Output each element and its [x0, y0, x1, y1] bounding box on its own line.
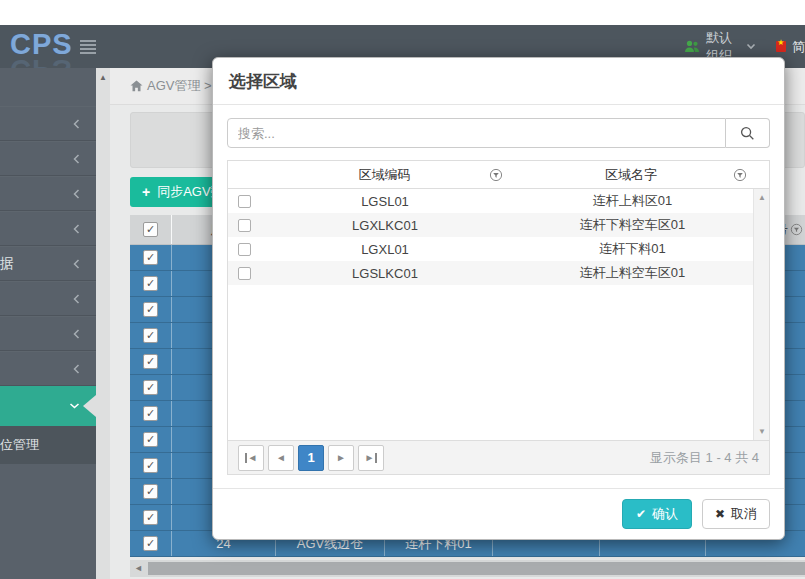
- sidebar-item-2[interactable]: [0, 141, 96, 176]
- chevron-down-icon: [746, 43, 756, 50]
- sidebar-item-3[interactable]: [0, 176, 96, 211]
- chevron-left-icon: [73, 153, 80, 164]
- row-checkbox[interactable]: ✓: [143, 406, 158, 421]
- pager-page-1[interactable]: 1: [298, 445, 324, 471]
- row-checkbox[interactable]: [238, 195, 251, 208]
- sidebar-item-8[interactable]: [0, 351, 96, 386]
- confirm-button[interactable]: ✔ 确认: [622, 499, 692, 529]
- organization-icon: [684, 40, 700, 53]
- check-icon: ✔: [636, 507, 646, 521]
- scrollbar-thumb[interactable]: [148, 562, 805, 575]
- scroll-left-icon[interactable]: ◄: [134, 563, 143, 573]
- grid-pager: ◄ ◄ 1 ► ► 显示条目 1 - 4 共 4: [228, 440, 769, 474]
- row-checkbox[interactable]: ✓: [143, 510, 158, 525]
- cancel-button[interactable]: ✖ 取消: [702, 499, 770, 529]
- home-icon: [130, 80, 143, 92]
- chevron-left-icon: [73, 118, 80, 129]
- scroll-down-icon[interactable]: ▼: [758, 427, 766, 436]
- column-header-area-name[interactable]: 区域名字: [509, 161, 753, 188]
- select-area-dialog: 选择区域 区域编码 区域名字: [212, 57, 785, 540]
- pager-last-button[interactable]: ►: [358, 445, 384, 471]
- pager-first-button[interactable]: ◄: [238, 445, 264, 471]
- x-icon: ✖: [715, 507, 725, 521]
- grid-vertical-scrollbar[interactable]: ▲ ▼: [753, 189, 769, 440]
- row-checkbox[interactable]: ✓: [143, 328, 158, 343]
- chevron-down-icon: [69, 403, 80, 410]
- active-item-notch: [83, 395, 96, 417]
- sidebar-item-6[interactable]: [0, 281, 96, 316]
- breadcrumb[interactable]: AGV管理 >: [130, 77, 212, 95]
- sidebar-item-4[interactable]: [0, 211, 96, 246]
- row-checkbox[interactable]: ✓: [143, 276, 158, 291]
- plus-icon: +: [142, 184, 150, 200]
- area-row-lgsl01[interactable]: LGSL01 连杆上料区01: [228, 189, 769, 213]
- sidebar: 据 位管理: [0, 68, 96, 579]
- sidebar-subitem-location-management[interactable]: 位管理: [0, 426, 96, 464]
- filter-icon[interactable]: [790, 223, 803, 236]
- china-flag-icon: ★: [776, 41, 786, 52]
- row-checkbox[interactable]: ✓: [143, 458, 158, 473]
- menu-toggle-icon[interactable]: [80, 40, 96, 54]
- area-grid-body: LGSL01 连杆上料区01 LGXLKC01 连杆下料空车区01 LGXL01…: [228, 189, 769, 440]
- chevron-left-icon: [73, 363, 80, 374]
- language-selector[interactable]: 简: [792, 38, 805, 56]
- chevron-left-icon: [73, 223, 80, 234]
- table-horizontal-scrollbar[interactable]: ◄: [130, 560, 805, 577]
- row-checkbox[interactable]: ✓: [143, 380, 158, 395]
- dialog-title: 选择区域: [213, 58, 784, 105]
- row-checkbox[interactable]: ✓: [143, 250, 158, 265]
- sidebar-item-active[interactable]: [0, 386, 96, 426]
- search-row: [227, 118, 770, 148]
- pager-info: 显示条目 1 - 4 共 4: [650, 449, 759, 467]
- chevron-left-icon: [73, 328, 80, 339]
- row-checkbox[interactable]: [238, 267, 251, 280]
- select-all-checkbox[interactable]: ✓: [143, 222, 158, 237]
- area-grid: 区域编码 区域名字 LGSL01 连杆上料区01 LGXLKC01: [227, 160, 770, 475]
- chevron-left-icon: [73, 293, 80, 304]
- sidebar-item-basic-data[interactable]: 据: [0, 246, 96, 281]
- row-checkbox[interactable]: ✓: [143, 536, 158, 551]
- sidebar-menu: 据 位管理: [0, 68, 96, 464]
- content-vertical-scrollbar[interactable]: ▲: [96, 68, 110, 579]
- filter-icon[interactable]: [733, 168, 747, 182]
- sidebar-item-7[interactable]: [0, 316, 96, 351]
- search-input[interactable]: [227, 118, 726, 148]
- row-checkbox[interactable]: ✓: [143, 354, 158, 369]
- row-checkbox[interactable]: ✓: [143, 484, 158, 499]
- scroll-up-icon[interactable]: ▲: [758, 193, 766, 202]
- search-button[interactable]: [726, 118, 770, 148]
- chevron-left-icon: [73, 258, 80, 269]
- area-row-lgxl01[interactable]: LGXL01 连杆下料01: [228, 237, 769, 261]
- row-checkbox[interactable]: ✓: [143, 302, 158, 317]
- dialog-body: 区域编码 区域名字 LGSL01 连杆上料区01 LGXLKC01: [213, 105, 784, 475]
- chevron-left-icon: [73, 188, 80, 199]
- column-header-area-code[interactable]: 区域编码: [260, 161, 509, 188]
- dialog-footer: ✔ 确认 ✖ 取消: [213, 488, 784, 539]
- row-checkbox[interactable]: [238, 219, 251, 232]
- page-top-whitespace: [0, 0, 805, 25]
- row-checkbox[interactable]: [238, 243, 251, 256]
- search-icon: [740, 126, 755, 141]
- sidebar-item-1[interactable]: [0, 106, 96, 141]
- filter-icon[interactable]: [489, 168, 503, 182]
- area-grid-header: 区域编码 区域名字: [228, 161, 769, 189]
- pager-prev-button[interactable]: ◄: [268, 445, 294, 471]
- pager-next-button[interactable]: ►: [328, 445, 354, 471]
- scroll-up-icon[interactable]: ▲: [99, 73, 107, 82]
- area-row-lgslkc01[interactable]: LGSLKC01 连杆上料空车区01: [228, 261, 769, 285]
- app-logo-reflection: CPS: [10, 53, 73, 68]
- area-row-lgxlkc01[interactable]: LGXLKC01 连杆下料空车区01: [228, 213, 769, 237]
- row-checkbox[interactable]: ✓: [143, 432, 158, 447]
- app-logo[interactable]: CPS CPS: [10, 27, 80, 68]
